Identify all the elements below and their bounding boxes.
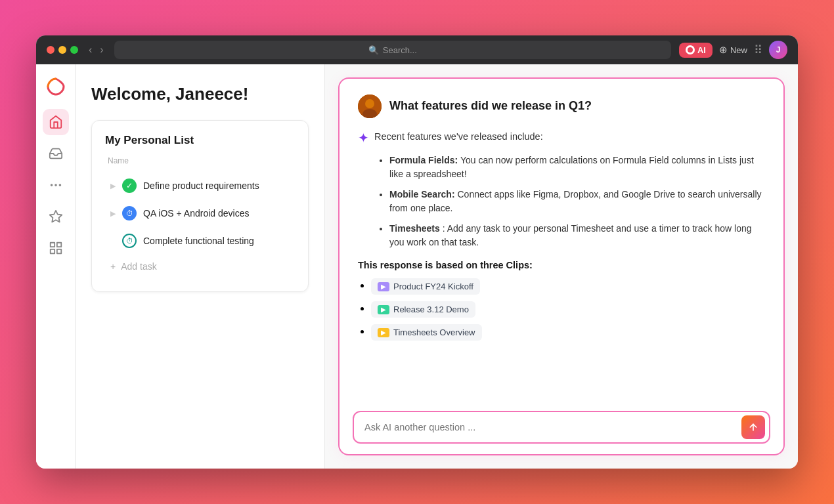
avatar-inner	[358, 94, 382, 118]
bullet-rest: : Add any task to your personal Timeshee…	[389, 223, 751, 247]
user-avatar[interactable]: J	[769, 41, 787, 59]
nav-arrows: ‹ ›	[86, 43, 106, 57]
ai-sparkle-row: ✦ Recent features we've released include…	[358, 131, 765, 146]
traffic-lights	[47, 46, 78, 54]
sidebar-item-inbox[interactable]	[43, 140, 69, 167]
bullet-item: Timesheets : Add any task to your person…	[389, 222, 765, 249]
response-intro: Recent features we've released include:	[374, 131, 543, 142]
ai-badge-label: AI	[697, 45, 706, 55]
task-label: QA iOS + Android devices	[143, 208, 249, 219]
svg-point-10	[365, 99, 374, 108]
app-logo[interactable]	[44, 75, 68, 98]
toolbar-right: AI ⊕ New ⠿ J	[679, 41, 787, 59]
right-panel: What features did we release in Q1? ✦ Re…	[325, 64, 798, 469]
svg-rect-6	[56, 243, 60, 247]
sidebar-item-favorites[interactable]	[43, 203, 69, 230]
chat-input-area	[340, 400, 783, 454]
address-text: Search...	[383, 45, 417, 55]
app-layout: Welcome, Janeece! My Personal List Name …	[36, 64, 798, 469]
svg-rect-5	[50, 243, 54, 247]
bullet-term: Timesheets	[389, 223, 440, 234]
grid-icon[interactable]: ⠿	[754, 43, 762, 57]
chat-body: What features did we release in Q1? ✦ Re…	[340, 79, 783, 400]
bullet-term: Formula Fields:	[389, 155, 458, 165]
send-button[interactable]	[741, 415, 765, 439]
personal-list-title: My Personal List	[105, 134, 295, 147]
address-bar[interactable]: 🔍 Search...	[114, 41, 671, 59]
chat-input[interactable]	[364, 422, 736, 432]
minimize-button[interactable]	[58, 46, 66, 54]
new-button[interactable]: ⊕ New	[719, 44, 747, 56]
chat-question: What features did we release in Q1?	[358, 94, 765, 118]
task-label: Complete functional testing	[143, 236, 254, 246]
svg-point-0	[688, 47, 693, 52]
chat-input-wrapper	[353, 411, 770, 444]
column-header-name: Name	[105, 156, 295, 165]
sidebar-item-more[interactable]	[43, 172, 69, 198]
chat-question-text: What features did we release in Q1?	[389, 94, 592, 114]
svg-point-1	[55, 184, 56, 186]
close-button[interactable]	[47, 46, 55, 54]
clip-badge[interactable]: ▶ Timesheets Overview	[371, 324, 482, 341]
ai-badge[interactable]: AI	[679, 43, 713, 58]
bullet-item: Formula Fields: You can now perform calc…	[389, 154, 765, 181]
response-bullets: Formula Fields: You can now perform calc…	[389, 154, 765, 249]
task-status-in-progress-teal-icon: ⏱	[122, 234, 137, 248]
clips-header: This response is based on three Clips:	[358, 260, 765, 270]
clip-badge[interactable]: ▶ Release 3.12 Demo	[371, 301, 475, 318]
svg-point-3	[51, 184, 52, 186]
svg-point-2	[59, 184, 60, 186]
main-content: Welcome, Janeece! My Personal List Name …	[76, 64, 798, 469]
ai-dot	[686, 45, 695, 54]
clip-video-icon: ▶	[378, 282, 389, 291]
svg-rect-8	[56, 249, 60, 253]
task-chevron-icon: ▶	[110, 182, 116, 190]
task-item[interactable]: ▶ ⏱ Complete functional testing	[105, 227, 295, 255]
chat-response: ✦ Recent features we've released include…	[358, 131, 765, 341]
ai-chat-container: What features did we release in Q1? ✦ Re…	[338, 77, 785, 455]
forward-button[interactable]: ›	[97, 43, 106, 57]
add-task-label: Add task	[121, 261, 156, 272]
browser-window: ‹ › 🔍 Search... AI ⊕ New ⠿ J	[36, 35, 798, 469]
list-item: ▶ Release 3.12 Demo	[371, 301, 765, 318]
add-icon: +	[110, 261, 116, 272]
add-task-button[interactable]: + Add task	[105, 255, 295, 278]
task-status-done-icon: ✓	[122, 178, 137, 193]
clip-label: Product FY24 Kickoff	[393, 282, 473, 291]
task-label: Define product requirements	[143, 180, 259, 191]
personal-list-card: My Personal List Name ▶ ✓ Define product…	[91, 120, 309, 292]
task-item[interactable]: ▶ ✓ Define product requirements	[105, 172, 295, 200]
sidebar-item-home[interactable]	[43, 109, 69, 135]
search-icon: 🔍	[368, 45, 379, 55]
bullet-term: Mobile Search:	[389, 189, 455, 200]
send-icon	[748, 422, 758, 432]
task-chevron-icon: ▶	[110, 209, 116, 218]
task-item[interactable]: ▶ ⏱ QA iOS + Android devices	[105, 200, 295, 227]
task-status-in-progress-icon: ⏱	[122, 206, 137, 220]
clip-video-icon: ▶	[378, 305, 389, 314]
clips-list: ▶ Product FY24 Kickoff ▶ Release 3.12 De…	[371, 278, 765, 341]
svg-marker-4	[49, 211, 61, 222]
welcome-title: Welcome, Janeece!	[91, 84, 309, 104]
clip-badge[interactable]: ▶ Product FY24 Kickoff	[371, 278, 480, 295]
left-panel: Welcome, Janeece! My Personal List Name …	[76, 64, 325, 469]
back-button[interactable]: ‹	[86, 43, 95, 57]
svg-rect-7	[50, 249, 54, 253]
sparkle-icon: ✦	[358, 130, 369, 146]
clip-video-icon: ▶	[378, 328, 389, 337]
sidebar	[36, 64, 76, 469]
list-item: ▶ Product FY24 Kickoff	[371, 278, 765, 295]
clip-label: Release 3.12 Demo	[393, 304, 469, 314]
browser-chrome: ‹ › 🔍 Search... AI ⊕ New ⠿ J	[36, 35, 798, 64]
clip-label: Timesheets Overview	[393, 327, 475, 337]
bullet-item: Mobile Search: Connect apps like Figma, …	[389, 188, 765, 215]
plus-circle-icon: ⊕	[719, 44, 728, 56]
sidebar-item-apps[interactable]	[43, 235, 69, 261]
fullscreen-button[interactable]	[70, 46, 78, 54]
user-chat-avatar	[358, 94, 382, 118]
list-item: ▶ Timesheets Overview	[371, 324, 765, 341]
